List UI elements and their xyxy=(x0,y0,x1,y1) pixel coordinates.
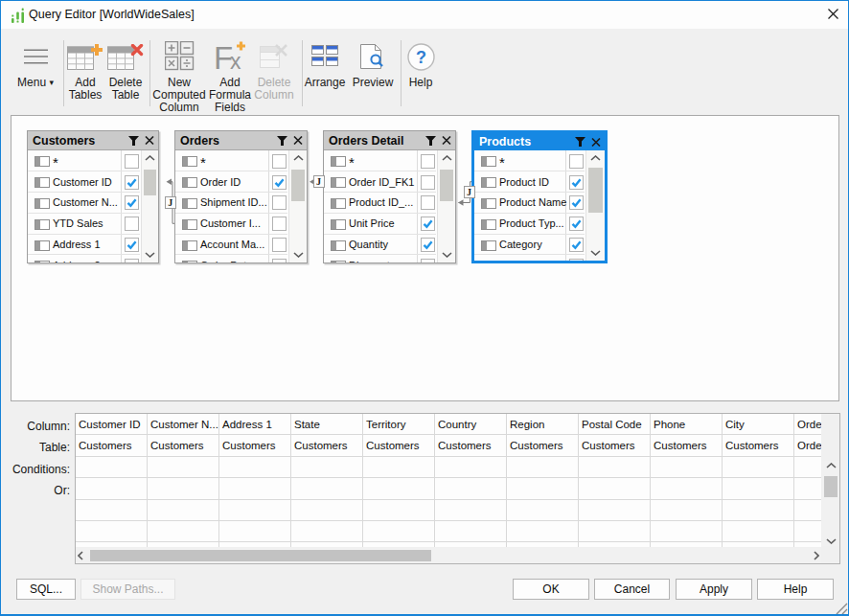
field-row-product-id[interactable]: Product ID_... xyxy=(324,193,436,214)
grid-cell[interactable] xyxy=(435,478,507,499)
grid-cell[interactable] xyxy=(507,542,579,547)
grid-cell[interactable]: Customer N... xyxy=(148,414,219,435)
field-checkbox[interactable] xyxy=(421,175,435,190)
grid-cell[interactable] xyxy=(723,457,794,478)
grid-cell[interactable] xyxy=(148,542,219,547)
grid-cell[interactable] xyxy=(651,521,723,542)
grid-cell[interactable]: Phone xyxy=(651,414,723,435)
grid-cell[interactable] xyxy=(507,478,579,499)
grid-cell[interactable]: Customers xyxy=(435,435,507,456)
grid-cell[interactable] xyxy=(435,521,507,542)
grid-cell[interactable] xyxy=(651,542,723,547)
field-row-ytd-sales[interactable]: YTD Sales xyxy=(28,213,140,234)
field-checkbox-checked[interactable] xyxy=(272,175,287,190)
join-label[interactable]: J xyxy=(313,175,325,188)
grid-cell[interactable]: Customers xyxy=(219,435,291,456)
field-checkbox[interactable] xyxy=(125,154,139,169)
grid-cell[interactable] xyxy=(76,478,148,499)
field-checkbox[interactable] xyxy=(125,217,139,231)
field-row-order-dat[interactable]: Order Dat... xyxy=(175,255,287,263)
field-checkbox[interactable] xyxy=(421,195,435,210)
grid-cell[interactable]: Customers xyxy=(579,435,651,456)
field-checkbox[interactable] xyxy=(569,259,584,263)
grid-cell[interactable] xyxy=(219,542,291,547)
grid-cell[interactable] xyxy=(723,542,794,547)
field-checkbox[interactable] xyxy=(125,259,139,263)
join-label[interactable]: J xyxy=(464,186,475,198)
scrollbar-thumb[interactable] xyxy=(291,170,305,201)
filter-icon[interactable] xyxy=(126,136,142,146)
field-row-star[interactable]: * xyxy=(175,150,287,171)
ok-button[interactable]: OK xyxy=(513,579,589,600)
field-checkbox[interactable] xyxy=(569,154,584,169)
grid-cell[interactable] xyxy=(507,521,579,542)
grid-cell[interactable]: Customers xyxy=(723,435,794,456)
grid-cell[interactable] xyxy=(219,478,291,499)
table-panel-header[interactable]: Orders Detail xyxy=(324,131,455,150)
field-row-customer-id[interactable]: Customer ID xyxy=(28,171,140,193)
grid-cell[interactable] xyxy=(291,521,363,542)
panel-scrollbar[interactable] xyxy=(437,150,455,262)
panel-scrollbar[interactable] xyxy=(141,150,158,262)
toolbar-button-preview[interactable]: Preview xyxy=(347,36,399,89)
grid-cell[interactable]: Customer ID xyxy=(76,414,148,435)
grid-cell[interactable]: Orde xyxy=(794,435,821,456)
toolbar-button-delete-table[interactable]: DeleteTable xyxy=(103,36,149,102)
field-checkbox[interactable] xyxy=(272,217,287,231)
grid-cell[interactable] xyxy=(579,478,651,499)
grid-cell[interactable]: Orde xyxy=(794,414,821,435)
grid-cell[interactable] xyxy=(219,500,291,521)
grid-cell[interactable] xyxy=(723,521,794,542)
grid-cell[interactable] xyxy=(148,521,219,542)
grid-cell[interactable] xyxy=(363,521,435,542)
grid-cell[interactable] xyxy=(435,542,507,547)
scroll-up-icon[interactable] xyxy=(289,155,307,161)
field-checkbox-checked[interactable] xyxy=(125,195,139,210)
panel-scrollbar[interactable] xyxy=(288,150,307,262)
field-row-price[interactable]: Price xyxy=(474,255,585,263)
scroll-down-icon[interactable] xyxy=(289,252,307,258)
grid-vertical-scrollbar[interactable] xyxy=(822,461,839,546)
field-checkbox[interactable] xyxy=(421,259,435,263)
field-checkbox[interactable] xyxy=(421,154,435,169)
sql-button[interactable]: SQL... xyxy=(16,579,76,600)
close-table-icon[interactable] xyxy=(588,138,604,147)
scroll-left-icon[interactable] xyxy=(78,548,83,563)
grid-cell[interactable] xyxy=(794,478,821,499)
scrollbar-thumb[interactable] xyxy=(440,170,453,201)
toolbar-button-arrange[interactable]: Arrange xyxy=(298,36,352,89)
table-panel-orders-detail[interactable]: Orders Detail*Order ID_FK1Product ID_...… xyxy=(323,130,456,263)
grid-cell[interactable] xyxy=(291,478,363,499)
scroll-up-icon[interactable] xyxy=(822,463,839,468)
field-row-product-typ[interactable]: Product Typ... xyxy=(474,213,585,234)
filter-icon[interactable] xyxy=(275,136,290,146)
grid-cell[interactable]: Customers xyxy=(148,435,219,456)
apply-button[interactable]: Apply xyxy=(676,579,752,600)
field-checkbox-checked[interactable] xyxy=(421,217,435,231)
grid-cell[interactable] xyxy=(579,521,651,542)
scroll-down-icon[interactable] xyxy=(142,252,158,258)
grid-cell[interactable]: Customers xyxy=(291,435,363,456)
resize-grip[interactable] xyxy=(836,603,848,615)
grid-cell[interactable]: Address 1 xyxy=(219,414,291,435)
field-row-star[interactable]: * xyxy=(324,150,436,171)
scroll-right-icon[interactable] xyxy=(814,548,819,563)
scrollbar-thumb[interactable] xyxy=(588,168,603,213)
close-button[interactable] xyxy=(820,3,845,26)
grid-cell[interactable] xyxy=(148,478,219,499)
grid-cell[interactable] xyxy=(507,457,579,478)
cancel-button[interactable]: Cancel xyxy=(594,579,670,600)
grid-cell[interactable]: Country xyxy=(435,414,507,435)
table-panel-products[interactable]: Products*Product IDProduct NameProduct T… xyxy=(471,130,608,263)
table-panel-orders[interactable]: Orders*Order IDShipment ID...Customer I.… xyxy=(174,130,308,263)
field-row-address-1[interactable]: Address 1 xyxy=(28,234,140,255)
filter-icon[interactable] xyxy=(573,137,588,147)
close-table-icon[interactable] xyxy=(142,136,157,145)
scroll-down-icon[interactable] xyxy=(586,250,605,256)
field-checkbox-checked[interactable] xyxy=(421,238,435,252)
field-row-address-2[interactable]: Address 2 xyxy=(28,255,140,263)
grid-cell[interactable] xyxy=(219,521,291,542)
field-checkbox[interactable] xyxy=(272,259,287,263)
field-row-product-id[interactable]: Product ID xyxy=(474,171,585,193)
grid-cell[interactable] xyxy=(219,457,291,478)
